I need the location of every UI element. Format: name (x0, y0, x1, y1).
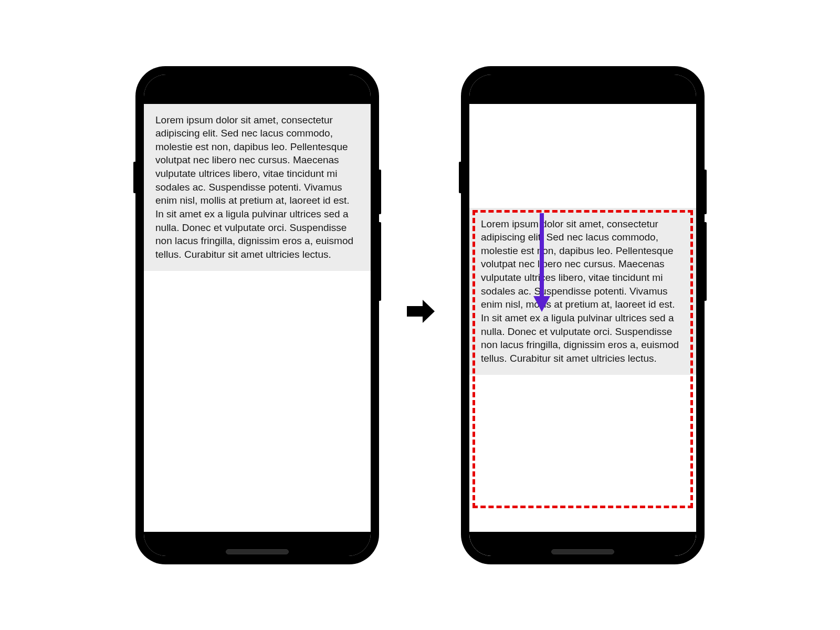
text-block: Lorem ipsum dolor sit amet, consectetur … (144, 104, 371, 271)
phone-screen: Lorem ipsum dolor sit amet, consectetur … (144, 75, 371, 556)
phone-bottom-speaker (551, 549, 614, 554)
phone-side-button (704, 170, 707, 214)
status-bar (469, 75, 696, 104)
phone-screen: Lorem ipsum dolor sit amet, consectetur … (469, 75, 696, 556)
transition-arrow-icon (404, 296, 436, 334)
content-area-after: Lorem ipsum dolor sit amet, consectetur … (469, 208, 696, 556)
text-block: Lorem ipsum dolor sit amet, consectetur … (469, 208, 696, 375)
content-area-before: Lorem ipsum dolor sit amet, consectetur … (144, 104, 371, 532)
phone-side-button (133, 162, 136, 193)
phone-side-button (459, 162, 462, 193)
status-bar (144, 75, 371, 104)
phone-mockup-after: Lorem ipsum dolor sit amet, consectetur … (462, 67, 704, 563)
phone-bottom-speaker (226, 549, 289, 554)
phone-side-button (704, 222, 707, 301)
phone-mockup-before: Lorem ipsum dolor sit amet, consectetur … (136, 67, 378, 563)
phone-side-button (378, 222, 381, 301)
phone-side-button (378, 170, 381, 214)
